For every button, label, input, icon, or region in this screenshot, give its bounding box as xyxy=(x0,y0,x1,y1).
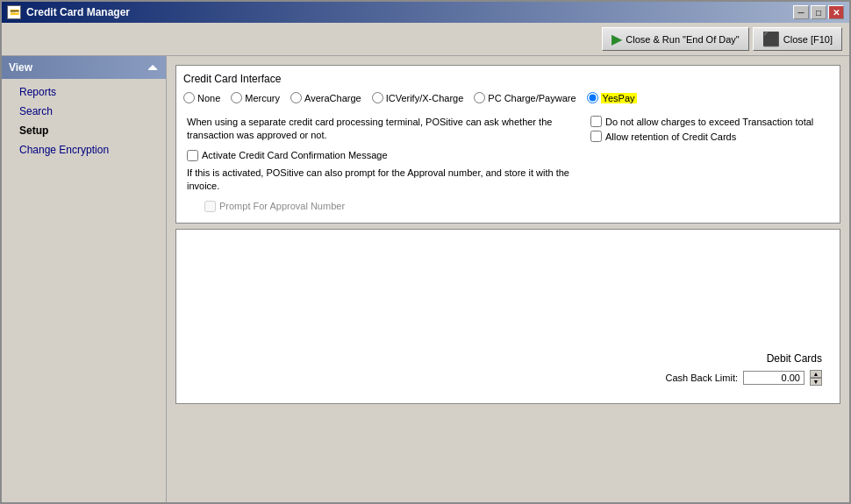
main-window: 💳 Credit Card Manager ─ □ ✕ ▶ Close & Ru… xyxy=(0,0,851,504)
sidebar-item-reports[interactable]: Reports xyxy=(2,82,166,102)
eod-icon: ▶ xyxy=(611,31,622,47)
group-box-title: Credit Card Interface xyxy=(183,73,833,85)
cash-back-input[interactable] xyxy=(743,371,805,385)
window-icon: 💳 xyxy=(7,5,21,19)
main-content: Credit Card Interface None Mercury xyxy=(167,56,849,502)
prompt-approval-label: Prompt For Approval Number xyxy=(219,201,345,211)
cash-back-spinner: ▲ ▼ xyxy=(810,370,822,386)
title-bar: 💳 Credit Card Manager ─ □ ✕ xyxy=(2,2,849,23)
allow-retention-label: Allow retention of Credit Cards xyxy=(605,131,736,142)
description-text-1: When using a separate credit card proces… xyxy=(187,116,575,143)
radio-none[interactable]: None xyxy=(183,92,220,103)
sidebar-item-change-encryption[interactable]: Change Encryption xyxy=(2,140,166,160)
window-title: Credit Card Manager xyxy=(26,6,130,18)
right-section: Do not allow charges to exceed Transacti… xyxy=(587,112,833,216)
close-f10-button[interactable]: ⬛ Close [F10] xyxy=(753,27,842,51)
allow-retention-checkbox[interactable] xyxy=(590,131,602,142)
close-run-eod-label: Close & Run "End Of Day" xyxy=(626,34,739,45)
sidebar-expand-icon[interactable]: ⏶ xyxy=(147,60,159,75)
main-white-area: Debit Cards Cash Back Limit: ▲ ▼ xyxy=(175,229,840,404)
radio-yespay[interactable]: YesPay xyxy=(587,92,637,103)
left-section: When using a separate credit card proces… xyxy=(183,112,578,216)
do-not-allow-charges-label: Do not allow charges to exceed Transacti… xyxy=(605,117,813,127)
spin-up-button[interactable]: ▲ xyxy=(810,370,822,378)
sidebar-items: Reports Search Setup Change Encryption xyxy=(2,79,166,163)
activate-confirmation-row: Activate Credit Card Confirmation Messag… xyxy=(187,150,575,161)
radio-mercury-label: Mercury xyxy=(245,93,280,103)
close-window-button[interactable]: ✕ xyxy=(828,5,844,19)
sidebar: View ⏶ Reports Search Setup Change Encry… xyxy=(2,56,167,502)
minimize-button[interactable]: ─ xyxy=(793,5,809,19)
prompt-approval-checkbox[interactable] xyxy=(204,201,216,212)
radio-none-label: None xyxy=(197,93,220,103)
cash-back-label: Cash Back Limit: xyxy=(665,373,738,383)
allow-retention-row: Allow retention of Credit Cards xyxy=(590,131,829,142)
radio-avecharge[interactable]: AveraCharge xyxy=(290,92,361,103)
do-not-allow-charges-checkbox[interactable] xyxy=(590,116,602,127)
close-icon: ⬛ xyxy=(762,31,780,47)
radio-pccharge-label: PC Charge/Payware xyxy=(488,93,576,103)
sidebar-header-label: View xyxy=(9,61,32,74)
radio-icverify[interactable]: ICVerify/X-Charge xyxy=(372,92,464,103)
prompt-approval-row: Prompt For Approval Number xyxy=(187,201,575,212)
debit-cards-title: Debit Cards xyxy=(665,352,822,365)
radio-mercury[interactable]: Mercury xyxy=(231,92,280,103)
content-section: When using a separate credit card proces… xyxy=(183,112,833,216)
sidebar-item-setup[interactable]: Setup xyxy=(2,121,166,140)
close-f10-label: Close [F10] xyxy=(783,34,833,45)
radio-yespay-label: YesPay xyxy=(601,93,637,103)
spin-down-button[interactable]: ▼ xyxy=(810,378,822,386)
title-bar-controls: ─ □ ✕ xyxy=(793,5,844,19)
radio-group: None Mercury AveraCharge ICVerify/X xyxy=(183,92,833,103)
sidebar-item-search[interactable]: Search xyxy=(2,102,166,121)
credit-card-interface-group: Credit Card Interface None Mercury xyxy=(175,65,840,224)
radio-pccharge[interactable]: PC Charge/Payware xyxy=(474,92,576,103)
radio-avecharge-label: AveraCharge xyxy=(304,93,361,103)
header-toolbar: ▶ Close & Run "End Of Day" ⬛ Close [F10] xyxy=(2,23,849,56)
cash-back-row: Cash Back Limit: ▲ ▼ xyxy=(665,370,822,386)
title-bar-left: 💳 Credit Card Manager xyxy=(7,5,130,19)
sidebar-header[interactable]: View ⏶ xyxy=(2,56,166,79)
content-area: Credit Card Interface None Mercury xyxy=(167,56,849,502)
radio-icverify-label: ICVerify/X-Charge xyxy=(386,93,464,103)
window-body: View ⏶ Reports Search Setup Change Encry… xyxy=(2,56,849,502)
description-text-2: If this is activated, POSitive can also … xyxy=(187,167,575,194)
activate-confirmation-checkbox[interactable] xyxy=(187,150,198,161)
do-not-allow-charges-row: Do not allow charges to exceed Transacti… xyxy=(590,116,829,127)
activate-confirmation-label: Activate Credit Card Confirmation Messag… xyxy=(202,150,388,160)
debit-cards-section: Debit Cards Cash Back Limit: ▲ ▼ xyxy=(665,352,822,386)
maximize-button[interactable]: □ xyxy=(811,5,826,19)
close-run-eod-button[interactable]: ▶ Close & Run "End Of Day" xyxy=(602,27,748,51)
